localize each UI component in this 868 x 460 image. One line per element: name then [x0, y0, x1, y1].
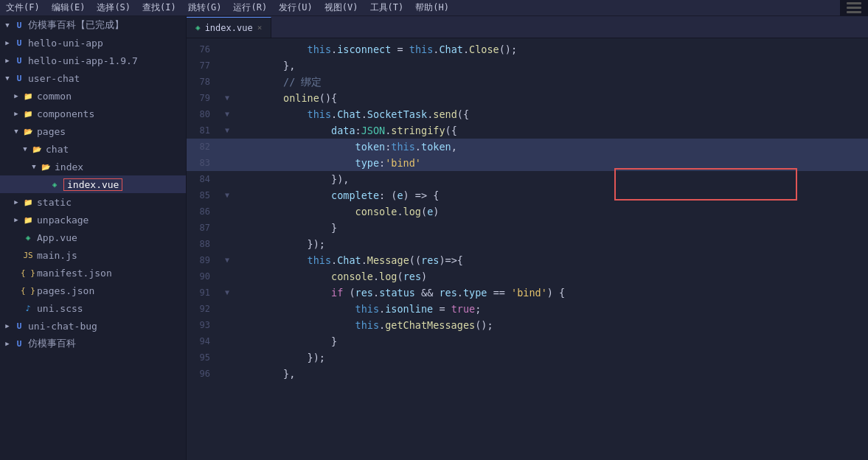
chevron-right-icon: ▶ [3, 322, 12, 330]
vue-tab-icon: ◈ [195, 23, 201, 32]
code-line-92: 92 this.isonline = true; [187, 301, 868, 317]
sidebar-item-user-chat[interactable]: ▼ U user-chat [0, 69, 186, 87]
line-content-81: data:JSON.stringify({ [232, 122, 457, 139]
sidebar-item-label: common [37, 91, 72, 102]
sidebar: ▼ U 仿模事百科【已完成】 ▶ U hello-uni-app ▶ U hel… [0, 16, 187, 460]
sidebar-item-sim-wiki-completed[interactable]: ▼ U 仿模事百科【已完成】 [0, 16, 186, 34]
line-number-78: 78 [187, 74, 222, 90]
code-line-86: 86 console.log(e) [187, 203, 868, 220]
sidebar-item-index-folder[interactable]: ▼ 📂 index [0, 158, 186, 175]
fold-81: ▼ [222, 122, 232, 139]
line-number-88: 88 [187, 236, 222, 252]
menu-view[interactable]: 视图(V) [324, 1, 358, 14]
chevron-right-icon: ▶ [12, 198, 21, 206]
menu-file[interactable]: 文件(F) [6, 1, 40, 14]
code-line-87: 87 } [187, 220, 868, 236]
sidebar-item-pages[interactable]: ▼ 📂 pages [0, 122, 186, 140]
line-content-83: type:'bind' [232, 155, 421, 171]
menu-tools[interactable]: 工具(T) [370, 1, 404, 14]
menu-select[interactable]: 选择(S) [97, 1, 131, 14]
line-number-76: 76 [187, 41, 222, 58]
chevron-right-icon: ▶ [3, 340, 12, 347]
chevron-right-icon: ▶ [12, 92, 21, 100]
sidebar-item-label: main.js [37, 250, 77, 261]
menu-publish[interactable]: 发行(U) [279, 1, 313, 14]
line-content-84: }), [232, 171, 349, 187]
main-layout: ▼ U 仿模事百科【已完成】 ▶ U hello-uni-app ▶ U hel… [0, 16, 868, 460]
sidebar-item-unpackage[interactable]: ▶ 📁 unpackage [0, 211, 186, 229]
code-line-80: 80 ▼ this.Chat.SocketTask.send({ [187, 106, 868, 122]
line-number-85: 85 [187, 187, 222, 203]
line-number-93: 93 [187, 317, 222, 333]
menu-find[interactable]: 查找(I) [142, 1, 176, 14]
sidebar-item-index-vue[interactable]: ◈ index.vue [0, 175, 186, 193]
menu-run[interactable]: 运行(R) [233, 1, 267, 14]
line-content-77: }, [232, 58, 295, 74]
chevron-right-icon: ▶ [3, 57, 12, 64]
sidebar-item-label: hello-uni-app [28, 38, 103, 49]
folder-open-icon: 📂 [31, 143, 43, 155]
code-line-85: 85 ▼ complete: (e) => { [187, 187, 868, 203]
code-line-82: 82 token:this.token, [187, 139, 868, 155]
sidebar-item-app-vue[interactable]: ◈ App.vue [0, 229, 186, 246]
line-content-82: token:this.token, [232, 139, 457, 155]
sidebar-item-label: unpackage [37, 215, 88, 226]
folder-icon: 📁 [22, 108, 34, 119]
fold-80: ▼ [222, 106, 232, 122]
sidebar-item-components[interactable]: ▶ 📁 components [0, 105, 186, 122]
line-number-86: 86 [187, 203, 222, 220]
sidebar-item-chat[interactable]: ▼ 📂 chat [0, 140, 186, 158]
sidebar-item-sim-wiki2[interactable]: ▶ U 仿模事百科 [0, 335, 186, 352]
line-content-96: }, [232, 366, 295, 382]
menu-help[interactable]: 帮助(H) [415, 1, 449, 14]
code-line-95: 95 }); [187, 349, 868, 366]
chevron-down-icon: ▼ [12, 128, 21, 135]
folder-icon: U [13, 55, 25, 66]
fold-89: ▼ [222, 252, 232, 268]
sidebar-item-label: pages [37, 126, 66, 137]
code-line-93: 93 this.getChatMessages(); [187, 317, 868, 333]
chevron-down-icon: ▼ [3, 21, 12, 29]
sidebar-item-label: index [55, 161, 83, 172]
json-file-icon: { } [22, 285, 34, 296]
line-number-91: 91 [187, 285, 222, 301]
tab-close-button[interactable]: × [257, 23, 263, 32]
code-line-81: 81 ▼ data:JSON.stringify({ [187, 122, 868, 139]
top-right-icon [840, 0, 868, 16]
svg-rect-1 [847, 7, 861, 9]
tab-index-vue[interactable]: ◈ index.vue × [187, 17, 271, 38]
folder-open-icon: 📂 [40, 161, 52, 172]
sidebar-item-uni-scss[interactable]: ♪ uni.scss [0, 299, 186, 317]
line-content-91: if (res.status && res.type == 'bind') { [232, 285, 565, 301]
line-number-77: 77 [187, 58, 222, 74]
svg-rect-2 [847, 11, 861, 13]
folder-icon: U [13, 37, 25, 49]
code-editor[interactable]: 76 this.isconnect = this.Chat.Close(); 7… [187, 38, 868, 460]
sidebar-item-hello-uni-app-197[interactable]: ▶ U hello-uni-app-1.9.7 [0, 52, 186, 69]
menu-edit[interactable]: 编辑(E) [52, 1, 86, 14]
sidebar-item-common[interactable]: ▶ 📁 common [0, 87, 186, 105]
sidebar-item-static[interactable]: ▶ 📁 static [0, 193, 186, 211]
code-line-89: 89 ▼ this.Chat.Message((res)=>{ [187, 252, 868, 268]
line-number-89: 89 [187, 252, 222, 268]
json-file-icon: { } [22, 267, 34, 279]
menu-goto[interactable]: 跳转(G) [188, 1, 222, 14]
folder-icon: U [13, 320, 25, 332]
code-line-76: 76 this.isconnect = this.Chat.Close(); [187, 41, 868, 58]
line-number-92: 92 [187, 301, 222, 317]
sidebar-item-label: 仿模事百科 [28, 337, 76, 350]
fold-79: ▼ [222, 90, 232, 106]
sidebar-item-pages-json[interactable]: { } pages.json [0, 282, 186, 299]
line-number-94: 94 [187, 333, 222, 349]
folder-icon: 📁 [22, 196, 34, 208]
line-number-95: 95 [187, 349, 222, 366]
sidebar-item-main-js[interactable]: JS main.js [0, 246, 186, 264]
sidebar-item-uni-chat-bug[interactable]: ▶ U uni-chat-bug [0, 317, 186, 335]
code-line-83: 83 type:'bind' [187, 155, 868, 171]
sidebar-item-hello-uni-app[interactable]: ▶ U hello-uni-app [0, 34, 186, 52]
chevron-down-icon: ▼ [3, 74, 12, 82]
sidebar-item-manifest-json[interactable]: { } manifest.json [0, 264, 186, 282]
line-number-84: 84 [187, 171, 222, 187]
code-line-88: 88 }); [187, 236, 868, 252]
vue-file-icon: ◈ [49, 178, 60, 190]
